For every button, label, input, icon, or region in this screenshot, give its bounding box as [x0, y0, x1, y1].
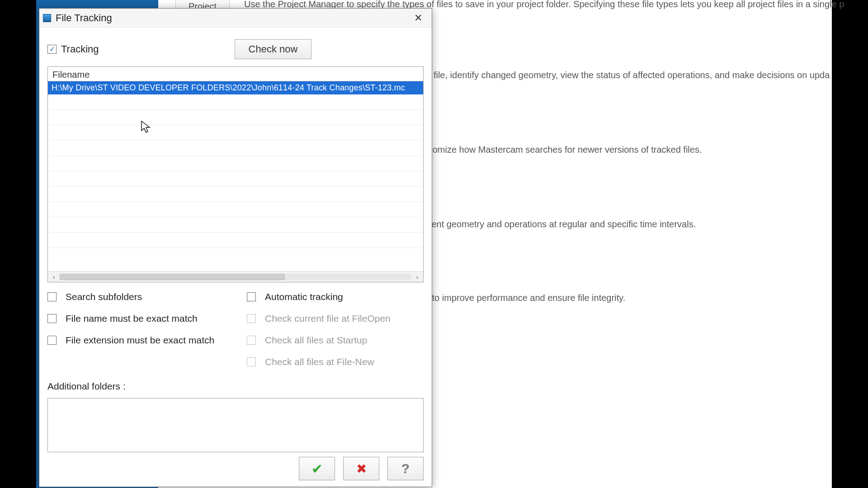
scroll-track[interactable] [60, 274, 411, 280]
close-icon: ✕ [414, 12, 422, 24]
scroll-right-icon[interactable]: › [413, 273, 421, 281]
file-tracking-dialog: File Tracking ✕ Tracking Check now Filen… [39, 8, 432, 487]
check-fileopen-label: Check current file at FileOpen [265, 313, 391, 324]
fileext-exact-label: File extension must be exact match [66, 335, 214, 346]
close-button[interactable]: ✕ [408, 10, 428, 26]
tracking-checkbox[interactable] [47, 45, 57, 54]
help-icon [401, 461, 410, 476]
background-text-line4: urrent geometry and operations at regula… [420, 219, 696, 230]
x-icon [356, 461, 367, 476]
background-text-line3: ustomize how Mastercam searches for newe… [420, 145, 702, 155]
check-icon [311, 461, 323, 477]
filename-exact-checkbox[interactable] [47, 314, 57, 323]
letterbox-left [0, 0, 36, 488]
check-filenew-checkbox [247, 357, 256, 366]
check-filenew-label: Check all files at File-New [265, 357, 374, 367]
file-list-row-selected[interactable]: H:\My Drive\ST VIDEO DEVELOPER FOLDERS\2… [48, 81, 423, 94]
cancel-button[interactable] [343, 457, 379, 480]
scroll-left-icon[interactable]: ‹ [50, 273, 58, 281]
file-list[interactable]: Filename H:\My Drive\ST VIDEO DEVELOPER … [47, 66, 424, 282]
background-text-line2: art file, identify changed geometry, vie… [420, 70, 830, 80]
scroll-thumb[interactable] [60, 274, 285, 280]
app-icon [43, 14, 51, 22]
ok-button[interactable] [299, 457, 335, 480]
letterbox-right [832, 0, 868, 488]
file-list-hscrollbar[interactable]: ‹ › [48, 271, 423, 282]
search-subfolders-label: Search subfolders [66, 291, 142, 302]
help-button[interactable] [387, 457, 424, 480]
filename-exact-label: File name must be exact match [66, 313, 198, 324]
tracking-label: Tracking [61, 43, 99, 55]
background-text-line5: ile to improve performance and ensure fi… [420, 293, 625, 303]
check-now-button[interactable]: Check now [235, 39, 312, 59]
file-list-header-filename[interactable]: Filename [48, 67, 423, 81]
fileext-exact-checkbox[interactable] [47, 336, 57, 345]
dialog-titlebar[interactable]: File Tracking ✕ [39, 9, 432, 28]
check-fileopen-checkbox [247, 314, 256, 323]
search-subfolders-checkbox[interactable] [47, 292, 57, 301]
automatic-tracking-checkbox[interactable] [247, 292, 256, 301]
automatic-tracking-label: Automatic tracking [265, 291, 343, 302]
additional-folders-textarea[interactable] [47, 398, 424, 452]
additional-folders-label: Additional folders : [47, 381, 424, 392]
file-list-body[interactable]: H:\My Drive\ST VIDEO DEVELOPER FOLDERS\2… [48, 81, 423, 271]
dialog-title: File Tracking [56, 12, 408, 24]
check-startup-label: Check all files at Startup [265, 335, 367, 346]
check-startup-checkbox [247, 336, 256, 345]
